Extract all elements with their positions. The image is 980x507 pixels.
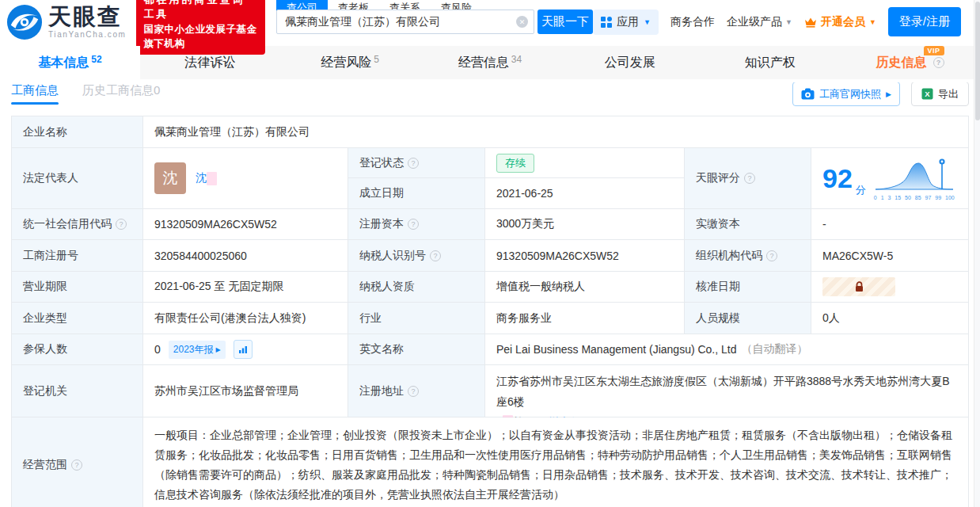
text-selection-highlight [207, 172, 217, 185]
help-icon[interactable]: ? [71, 459, 82, 471]
help-icon[interactable]: ? [933, 57, 944, 68]
reg-address-label: 注册地址 ? [348, 365, 485, 417]
tab-label: 公司发展 [605, 55, 655, 71]
legal-rep-label: 法定代表人 [12, 148, 143, 209]
taxpayer-id-label: 纳税人识别号 ? [348, 240, 485, 272]
tab-label: 经营风险 [321, 55, 371, 71]
org-code-value: MA26CX5W-5 [811, 240, 969, 272]
help-icon[interactable]: ? [408, 158, 419, 169]
establish-date-value: 2021-06-25 [485, 178, 685, 209]
search-input[interactable] [276, 10, 534, 34]
biz-cooperation-link[interactable]: 商务合作 [670, 15, 715, 29]
vip-badge: VIP [924, 46, 944, 55]
company-name-label: 企业名称 [12, 116, 143, 148]
business-scope-value: 一般项目：企业总部管理；企业管理；创业投资（限投资未上市企业）；以自有资金从事投… [143, 417, 969, 507]
industry-label: 行业 [348, 303, 485, 334]
help-icon[interactable]: ? [116, 219, 127, 230]
paid-capital-value: - [811, 209, 969, 240]
chevron-down-icon: ▼ [644, 18, 651, 26]
snapshot-label: 工商官网快照 [819, 87, 881, 101]
tianyancha-logo[interactable]: 天眼查 TianYanCha.com [6, 4, 127, 40]
annual-report-label: 2023年报 [173, 343, 214, 356]
tab-legal-litigation[interactable]: 法律诉讼 [140, 46, 280, 79]
trend-chart-button[interactable] [234, 340, 253, 359]
org-code-label: 组织机构代码 ? [685, 240, 811, 272]
help-icon[interactable]: ? [430, 250, 441, 261]
tab-intellectual-property[interactable]: 知识产权 [700, 46, 840, 79]
company-type-label: 企业类型 [12, 303, 143, 334]
chevron-right-icon: ▶ [886, 90, 891, 98]
tianyancha-logo-icon [6, 4, 43, 40]
clear-search-icon[interactable]: ✕ [516, 16, 528, 28]
credit-code-label: 统一社会信用代码 ? [12, 209, 143, 240]
auto-translate-note: （自动翻译） [742, 342, 808, 356]
logo-title: 天眼查 [48, 6, 127, 29]
reg-number-value: 320584400025060 [143, 240, 348, 272]
enterprise-product-link[interactable]: 企业级产品 ▼ [727, 15, 792, 29]
subtab-history-business-info[interactable]: 历史工商信息0 [82, 83, 160, 106]
tab-count: 52 [91, 54, 101, 65]
score-chart-ticks: 0131550859799100 [874, 195, 955, 200]
camera-icon [801, 88, 815, 100]
help-icon[interactable]: ? [744, 173, 755, 184]
apps-grid-icon [601, 17, 612, 28]
chevron-right-icon: ▶ [216, 346, 221, 353]
locked-value-placeholder[interactable] [822, 277, 895, 296]
excel-icon: X [921, 88, 933, 100]
login-register-button[interactable]: 登录/注册 [888, 7, 961, 36]
business-term-label: 营业期限 [12, 272, 143, 303]
help-icon[interactable]: ? [408, 219, 419, 230]
english-name-value: Pei Lai Business Management (Jiangsu) Co… [485, 334, 969, 365]
english-name-label: 英文名称 [348, 334, 485, 365]
legal-rep-name-link[interactable]: 沈 [196, 171, 207, 185]
help-icon[interactable]: ? [766, 250, 777, 261]
label-text: 天眼评分 [696, 171, 740, 185]
subtab-label: 工商信息 [11, 83, 59, 98]
tab-count: 5 [374, 54, 379, 65]
lock-icon [854, 281, 864, 292]
reg-address-value: 江苏省苏州市吴江区东太湖生态旅游度假区（太湖新城）开平路3888号水秀天地苏州湾… [485, 365, 969, 417]
status-date-subgrid: 登记状态 ? 存续 成立日期 2021-06-25 [348, 148, 685, 209]
subnav-row: 工商信息 历史工商信息0 工商官网快照 ▶ [11, 82, 969, 106]
apps-label: 应用 [617, 15, 639, 29]
crown-icon [804, 17, 817, 28]
label-text: 统一社会信用代码 [23, 217, 112, 231]
logo-subtitle: TianYanCha.com [48, 31, 127, 39]
tab-company-development[interactable]: 公司发展 [560, 46, 700, 79]
official-snapshot-button[interactable]: 工商官网快照 ▶ [792, 82, 900, 106]
legal-rep-avatar[interactable]: 沈 [154, 162, 186, 194]
reg-capital-label: 注册资本 ? [348, 209, 485, 240]
score-unit: 分 [856, 183, 866, 197]
tianyan-score: 92 [822, 165, 853, 192]
taxpayer-id-value: 91320509MA26CX5W52 [485, 240, 685, 272]
chevron-down-icon: ▼ [785, 18, 792, 26]
bar-chart-icon [238, 345, 248, 354]
scrollbar-thumb[interactable] [975, 2, 980, 120]
vip-upgrade-link[interactable]: 开通会员 ▼ [804, 15, 876, 29]
tab-label: 基本信息 [38, 55, 89, 71]
enterprise-product-label: 企业级产品 [727, 15, 782, 29]
search-area: 查公司 查老板 查关系 查风险 ✕ 天眼一下 [276, 10, 593, 34]
help-icon[interactable]: ? [408, 386, 419, 397]
staff-size-label: 人员规模 [685, 303, 811, 334]
apps-menu[interactable]: 应用 ▼ [593, 10, 659, 35]
score-label: 天眼评分 ? [685, 148, 811, 209]
subtab-business-info[interactable]: 工商信息 [11, 83, 59, 106]
tab-operating-info[interactable]: 经营信息 34 [420, 46, 560, 79]
tab-label: 经营信息 [458, 55, 509, 71]
approval-date-label: 核准日期 [685, 272, 811, 303]
insured-count-value: 0 2023年报 ▶ [143, 334, 348, 365]
annual-report-badge[interactable]: 2023年报 ▶ [169, 341, 226, 359]
address-line1: 江苏省苏州市吴江区东太湖生态旅游度假区（太湖新城）开平路3888号水秀天地苏州湾… [496, 371, 957, 412]
tab-label: 知识产权 [745, 55, 796, 71]
business-scope-label: 经营范围 ? [12, 417, 143, 507]
tab-operating-risk[interactable]: 经营风险 5 [280, 46, 420, 79]
search-button[interactable]: 天眼一下 [537, 10, 593, 34]
business-term-value: 2021-06-25 至 无固定期限 [143, 272, 348, 303]
tab-history-info[interactable]: 历史信息 VIP ? [840, 46, 980, 79]
export-button[interactable]: X 导出 [911, 82, 969, 106]
label-text: 注册地址 [359, 384, 404, 398]
tab-basic-info[interactable]: 基本信息 52 [0, 46, 140, 79]
label-text: 注册资本 [359, 217, 404, 231]
promo-line1: 都在用的商业查询工具 [144, 0, 258, 22]
